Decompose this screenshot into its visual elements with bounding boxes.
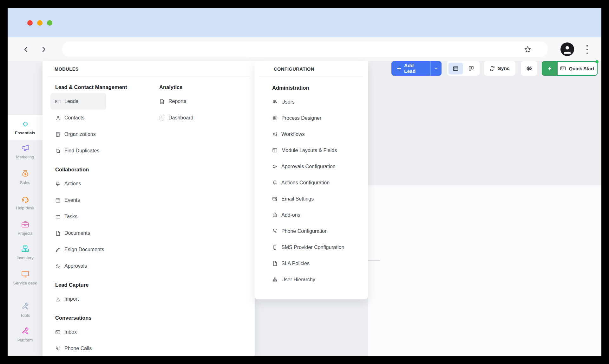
menu-item-find-duplicates[interactable]: Find Duplicates [55,143,99,159]
menu-item-user-hierarchy[interactable]: User Hierarchy [272,271,315,288]
sidebar-item-label: Projects [12,231,38,236]
menu-item-import[interactable]: Import [55,291,79,307]
address-bar[interactable] [62,42,548,57]
menu-item-email-settings[interactable]: Email Settings [272,191,314,207]
browser-menu-icon[interactable] [585,44,589,54]
menu-item-dashboard[interactable]: Dashboard [159,110,193,126]
quick-start-button[interactable]: Quick Start [542,61,598,76]
divider [260,77,363,77]
building-icon [55,132,61,137]
sidebar-item-label: Tools [12,313,38,318]
gears-icon [526,65,532,72]
kanban-view-toggle[interactable] [464,63,478,74]
menu-item-label: Events [64,197,80,203]
help-desk-icon [21,195,29,203]
menu-item-label: SLA Policies [281,261,310,266]
menu-item-sla-policies[interactable]: SLA Policies [272,255,310,271]
automation-button[interactable] [521,61,537,76]
quick-start-bolt-badge [542,62,558,75]
add-lead-label: Add Lead [404,63,426,74]
menu-item-module-layouts-fields[interactable]: Module Layouts & Fields [272,142,337,158]
menu-item-phone-calls[interactable]: Phone Calls [55,340,92,356]
sidebar-item-platform[interactable]: Platform [8,323,43,347]
menu-item-process-designer[interactable]: Process Designer [272,110,321,126]
menu-item-label: Tasks [64,214,77,220]
menu-item-label: Inbox [64,329,77,335]
page-background [368,185,601,356]
menu-item-label: Actions [64,181,81,187]
page-divider-artifact [368,260,380,260]
report-icon [159,99,165,104]
add-lead-button[interactable]: Add Lead [391,61,442,76]
configuration-panel-header: CONFIGURATION [274,61,314,77]
menu-item-label: Workflows [281,131,305,137]
menu-item-label: Organizations [64,131,96,137]
menu-item-tasks[interactable]: Tasks [55,208,77,225]
menu-section-heading-lead-contact-management: Lead & Contact Management [55,81,127,93]
menu-item-actions-configuration[interactable]: Actions Configuration [272,175,330,191]
menu-item-inbox[interactable]: Inbox [55,324,77,340]
browser-profile-avatar[interactable] [560,42,574,56]
bell-icon [55,181,61,187]
menu-item-add-ons[interactable]: Add-ons [272,207,300,223]
menu-item-users[interactable]: Users [272,94,295,110]
sidebar-item-marketing[interactable]: Marketing [8,140,43,164]
gears-icon [272,131,278,137]
menu-item-actions[interactable]: Actions [55,176,81,192]
menu-item-contacts[interactable]: Contacts [55,110,84,126]
menu-section-heading-conversations: Conversations [55,312,127,324]
task-list-icon [55,214,61,220]
pen-icon [55,247,61,252]
menu-item-approvals-configuration[interactable]: Approvals Configuration [272,158,336,175]
chevron-down-icon [434,67,438,71]
kanban-view-icon [468,66,474,72]
menu-item-label: Documents [64,230,90,236]
card-icon [560,66,566,71]
close-window-button[interactable] [27,20,33,26]
sidebar-item-label: Marketing [12,154,38,160]
sidebar-item-help-desk[interactable]: Help desk [8,191,43,215]
sales-icon [21,169,29,178]
menu-item-documents[interactable]: Documents [55,225,90,241]
modules-panel-header: MODULES [55,61,79,77]
menu-item-events[interactable]: Events [55,192,80,208]
zoom-window-button[interactable] [47,20,52,26]
menu-item-reports[interactable]: Reports [159,93,186,110]
menu-item-label: Add-ons [281,212,300,218]
list-view-toggle[interactable] [449,63,463,74]
menu-item-label: Module Layouts & Fields [281,148,337,153]
menu-item-phone-configuration[interactable]: Phone Configuration [272,223,328,239]
menu-section-heading-collaboration: Collaboration [55,163,127,176]
menu-section-heading-analytics: Analytics [159,81,193,93]
menu-item-approvals[interactable]: Approvals [55,258,87,274]
bookmark-star-icon[interactable] [524,46,531,53]
sidebar-item-essentials[interactable]: Essentials [8,115,43,140]
sidebar-item-tools[interactable]: Tools [8,298,43,322]
sidebar-item-projects[interactable]: Projects [8,216,43,240]
notification-dot [595,60,599,63]
menu-item-leads[interactable]: Leads [50,93,106,110]
sidebar-item-label: Sales [12,180,38,186]
doc-icon [55,231,61,236]
sidebar-item-label: Essentials [12,130,38,136]
platform-icon [21,327,29,335]
menu-item-sms-provider-configuration[interactable]: SMS Provider Configuration [272,239,344,255]
sidebar-item-service-desk[interactable]: Service desk [8,266,43,290]
sidebar-item-sales[interactable]: Sales [8,165,43,189]
sync-button[interactable]: Sync [484,61,515,76]
menu-item-workflows[interactable]: Workflows [272,126,305,142]
user-check-icon [55,264,61,269]
copy-icon [55,148,61,154]
sidebar-item-inventory[interactable]: Inventory [8,240,43,265]
menu-item-organizations[interactable]: Organizations [55,126,96,143]
back-icon[interactable] [20,43,32,56]
menu-item-esign-documents[interactable]: Esign Documents [55,241,104,258]
mail-icon [55,329,61,335]
configuration-column-administration: AdministrationUsersProcess DesignerWorkf… [272,82,344,288]
add-lead-dropdown-caret[interactable] [430,61,442,76]
doc-icon [272,261,278,266]
minimize-window-button[interactable] [37,20,43,26]
forward-icon[interactable] [37,43,50,56]
menu-item-label: Leads [64,99,78,104]
app-sidebar: EssentialsMarketingSalesHelp deskProject… [8,61,43,356]
